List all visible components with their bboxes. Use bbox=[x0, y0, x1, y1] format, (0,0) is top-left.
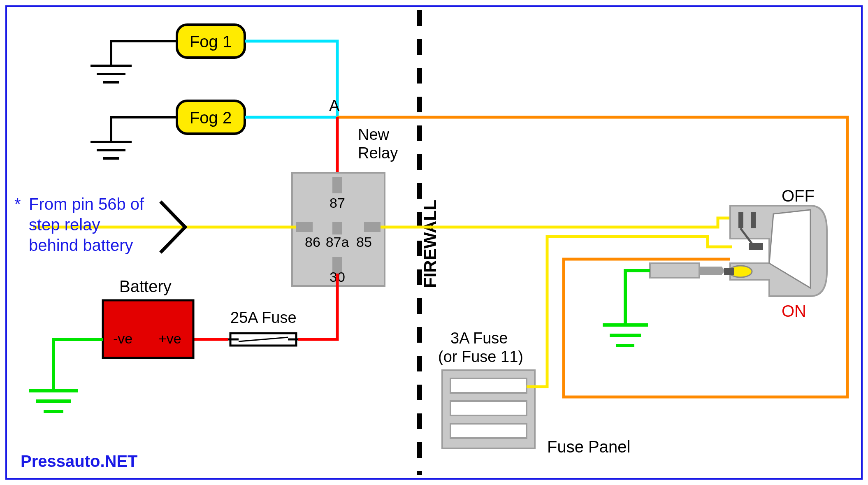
relay-pin-85-label: 85 bbox=[356, 234, 372, 250]
ground-fog2-icon bbox=[91, 117, 177, 158]
fuse-panel-label: Fuse Panel bbox=[547, 438, 630, 456]
svg-rect-9 bbox=[332, 177, 342, 193]
svg-rect-11 bbox=[332, 222, 342, 234]
fog1-light: Fog 1 bbox=[177, 25, 245, 58]
relay-pin-86-label: 86 bbox=[305, 234, 320, 250]
battery-label: Battery bbox=[119, 277, 172, 295]
fog2-light: Fog 2 bbox=[177, 101, 245, 134]
note-line-1: From pin 56b of bbox=[29, 195, 144, 213]
note-line-2: step relay bbox=[29, 216, 100, 234]
svg-point-35 bbox=[716, 267, 724, 275]
relay-pin-87a-label: 87a bbox=[326, 234, 349, 250]
fog2-label: Fog 2 bbox=[190, 109, 232, 127]
wiring-diagram: FIREWALL Fog 1 Fog 2 A 87 86 bbox=[0, 0, 868, 485]
switch-on-label: ON bbox=[782, 302, 806, 320]
attribution-label: Pressauto.NET bbox=[21, 452, 138, 470]
new-relay-label-1: New bbox=[358, 126, 390, 143]
rocker-switch bbox=[724, 206, 827, 296]
battery: Battery -ve +ve bbox=[103, 277, 193, 358]
ground-battery-icon bbox=[29, 339, 103, 411]
wire-fog1-cyan bbox=[245, 41, 337, 117]
relay-pin-87-label: 87 bbox=[330, 195, 345, 211]
node-a-label: A bbox=[329, 97, 340, 114]
svg-rect-25 bbox=[450, 424, 527, 438]
switch-off-label: OFF bbox=[782, 187, 815, 205]
note-star: * bbox=[14, 195, 21, 213]
ground-fog1-icon bbox=[91, 41, 177, 82]
svg-rect-23 bbox=[450, 378, 527, 393]
fog1-label: Fog 1 bbox=[190, 32, 232, 51]
svg-rect-28 bbox=[751, 212, 756, 228]
svg-rect-24 bbox=[450, 401, 527, 415]
fuse-panel: 3A Fuse (or Fuse 11) Fuse Panel bbox=[438, 330, 630, 456]
svg-rect-10 bbox=[296, 222, 313, 232]
relay: 87 86 87a 85 30 bbox=[292, 173, 385, 286]
note-line-3: behind battery bbox=[29, 236, 133, 254]
svg-rect-33 bbox=[650, 263, 699, 278]
ground-switch-icon bbox=[603, 271, 650, 346]
svg-line-17 bbox=[239, 337, 288, 341]
fuse-3a-sub-label: (or Fuse 11) bbox=[438, 348, 523, 365]
svg-rect-30 bbox=[749, 243, 763, 250]
battery-pos-label: +ve bbox=[158, 331, 181, 346]
svg-rect-18 bbox=[103, 300, 193, 358]
fuse-25a-label: 25A Fuse bbox=[230, 309, 297, 326]
svg-rect-27 bbox=[738, 212, 743, 228]
battery-neg-label: -ve bbox=[113, 331, 132, 346]
new-relay-label-2: Relay bbox=[358, 144, 398, 162]
fuse-25a: 25A Fuse bbox=[228, 309, 298, 346]
fuse-3a-label: 3A Fuse bbox=[450, 330, 508, 347]
svg-rect-12 bbox=[364, 222, 381, 232]
firewall-label: FIREWALL bbox=[420, 200, 440, 288]
bulb-holder bbox=[650, 263, 730, 278]
